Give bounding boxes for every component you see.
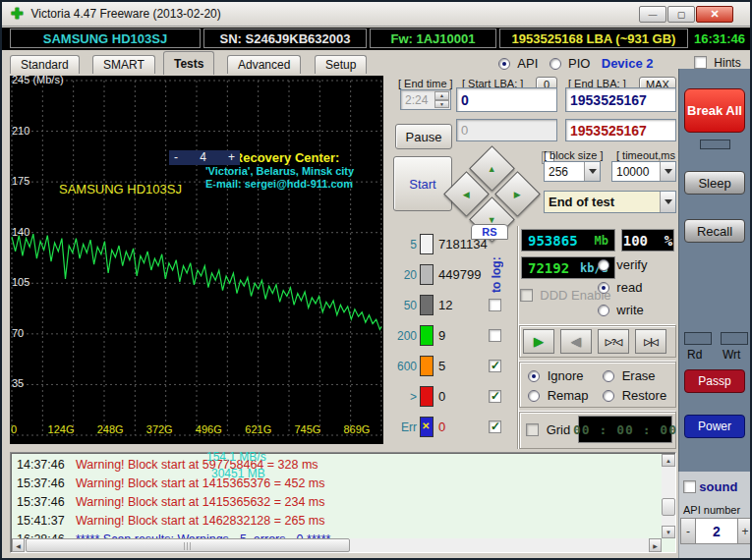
x-axis-tick: 124G [44,423,78,435]
power-button[interactable]: Power [684,415,745,438]
sleep-button[interactable]: Sleep [684,171,745,195]
end-action-value: End of test [545,192,660,212]
close-button[interactable]: ✕ [696,6,733,23]
legend-log-checkbox[interactable] [489,390,501,403]
tab-smart[interactable]: SMART [92,55,155,74]
start-lba-input[interactable]: 0 [456,87,557,112]
end-action-select[interactable]: End of test [544,191,676,213]
arrow-right-icon: ▶ [514,189,521,198]
passed-lcd: 953865 Mb [521,229,615,252]
y-axis-tick: 105 [12,276,29,288]
drive-model: SAMSUNG HD103SJ [10,28,201,48]
y-axis-tick: 70 [12,327,24,339]
api-number-value: 2 [696,518,737,544]
grid-checkbox[interactable] [526,423,539,436]
start-button[interactable]: Start [393,156,452,211]
x-axis-tick: 621G [242,423,275,435]
seek-test-button[interactable]: ▷?◁ [598,329,629,354]
seek-test-icon: ▷?◁ [606,337,621,347]
banner-line2: 'Victoria', Belarus, Minsk city [205,165,354,177]
erase-radio[interactable] [603,370,614,382]
tab-tests[interactable]: Tests [163,51,214,75]
sound-checkbox[interactable] [683,480,696,493]
api-number-label: API number [683,504,740,516]
ignore-radio[interactable] [528,370,540,382]
chevron-down-icon[interactable] [660,162,675,181]
log-horizontal-scrollbar[interactable]: ◀ ▶ [12,538,662,552]
end-time-label: [ End time ] [398,78,453,89]
current-speed-readout: 154.1 MB/s [206,450,266,464]
title-bar[interactable]: ✚ Victoria 4.47 Freeware (2013-02-20) — … [2,2,750,27]
legend-log-checkbox[interactable] [489,420,501,433]
chevron-down-icon[interactable] [584,162,600,181]
legend-color-block [420,264,434,285]
log-message: Warning! Block start at 597758464 = 328 … [76,458,318,472]
arrow-down-icon: ▼ [488,214,496,224]
block-size-select[interactable]: 256 [544,161,601,182]
remap-radio[interactable] [528,390,540,402]
maximize-button[interactable]: ▢ [667,6,695,23]
api-number-decrement[interactable]: - [680,518,696,544]
legend-count: 449799 [438,267,515,282]
read-led-label: Rd [687,348,702,362]
end-time-spinner[interactable]: ▲▼ [434,91,449,108]
graph-zoom-control: - 4 + [169,150,240,165]
block-size-value: 256 [545,162,584,181]
graph-zoom-in-button[interactable]: + [228,151,235,164]
vertical-scroll-thumb[interactable] [662,498,675,516]
write-led-label: Wrt [723,348,740,362]
hints-checkbox[interactable] [694,56,707,69]
log-vertical-scrollbar[interactable]: ▲ ▼ [662,454,675,538]
pause-button[interactable]: Pause [395,124,452,149]
tab-standard[interactable]: Standard [10,55,80,74]
write-radio[interactable] [598,305,609,316]
elapsed-timer-lcd: 00 : 00 : 00 [578,416,672,443]
back-button[interactable]: ◀ [560,329,592,354]
legend-log-checkbox[interactable] [489,299,501,311]
y-axis-tick: 140 [12,226,29,238]
arrow-up-icon: ▲ [488,163,496,173]
grid-toggle: Grid [526,422,570,437]
ddd-checkbox[interactable] [520,289,533,302]
recall-button[interactable]: Recall [684,219,745,243]
read-radio[interactable] [598,282,609,294]
timeout-select[interactable]: 10000 [611,161,676,182]
minimize-button[interactable]: — [639,6,666,23]
log-entries: 14:37:46 Warning! Block start at 5977584… [11,453,675,548]
play-button[interactable]: ▶ [523,329,554,354]
percent-lcd: 100 % [621,229,674,252]
api-number-increment[interactable]: + [737,518,752,544]
legend-log-checkbox[interactable] [489,360,501,372]
passport-button[interactable]: Passp [684,369,745,393]
chevron-down-icon[interactable] [660,192,675,212]
verify-radio[interactable] [598,259,609,271]
end-lba-input[interactable]: 1953525167 [565,87,676,112]
scroll-up-icon[interactable]: ▲ [662,454,675,467]
graph-zoom-out-button[interactable]: - [174,151,178,164]
legend-color-block [420,386,434,407]
pio-radio[interactable] [550,58,561,70]
legend-count: 7181134 [438,237,515,252]
tab-setup[interactable]: Setup [315,55,367,74]
x-axis-tick: 869G [340,423,374,435]
log-entry: 15:37:46 Warning! Block start at 1415365… [11,474,675,492]
api-radio[interactable] [498,58,510,70]
horizontal-scroll-thumb[interactable] [26,538,350,552]
scroll-right-icon[interactable]: ▶ [649,538,662,552]
break-all-button[interactable]: Break All [684,88,745,133]
scroll-left-icon[interactable]: ◀ [12,538,25,552]
legend-color-block [420,325,434,346]
log-time: 14:37:46 [17,458,68,472]
tab-advanced[interactable]: Advanced [227,55,301,74]
grid-label: Grid [547,422,571,437]
end-time-field[interactable]: 2:24 ▲▼ [400,89,451,110]
legend-row: 20 449799 [389,259,515,290]
log-entry: 15:41:37 Warning! Block start at 1462832… [11,511,675,530]
device-label: Device 2 [602,56,654,71]
legend-log-checkbox[interactable] [489,329,501,342]
error-x-icon: ✕ [422,420,430,431]
edge-jump-button[interactable]: ▷|◁ [635,329,666,354]
y-axis-tick: 175 [12,175,29,187]
scroll-down-icon[interactable]: ▼ [662,526,675,538]
restore-radio[interactable] [603,390,614,402]
